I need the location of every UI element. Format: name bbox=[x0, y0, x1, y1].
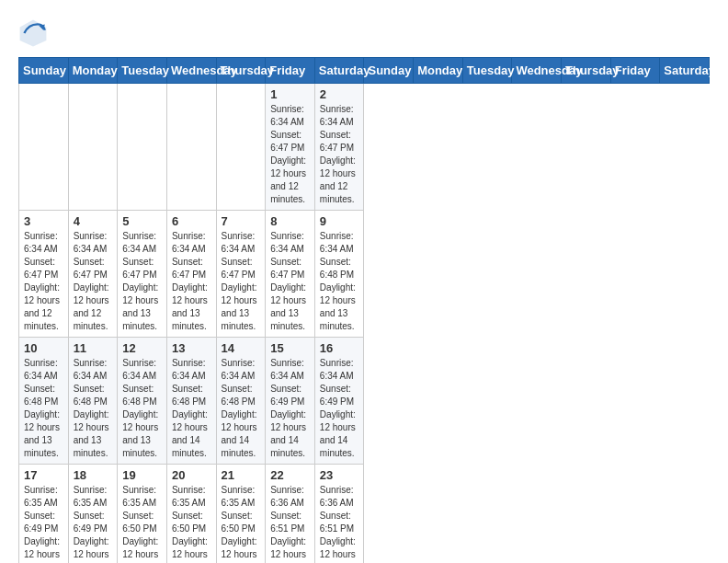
calendar-table: SundayMondayTuesdayWednesdayThursdayFrid… bbox=[18, 57, 710, 563]
header-thursday: Thursday bbox=[216, 58, 266, 84]
calendar-cell: 1Sunrise: 6:34 AM Sunset: 6:47 PM Daylig… bbox=[266, 84, 315, 211]
calendar-cell: 22Sunrise: 6:36 AM Sunset: 6:51 PM Dayli… bbox=[266, 465, 315, 564]
header-friday: Friday bbox=[266, 58, 315, 84]
day-info: Sunrise: 6:34 AM Sunset: 6:48 PM Dayligh… bbox=[172, 357, 211, 460]
calendar-cell: 5Sunrise: 6:34 AM Sunset: 6:47 PM Daylig… bbox=[118, 211, 167, 338]
calendar-cell bbox=[216, 84, 266, 211]
day-info: Sunrise: 6:35 AM Sunset: 6:49 PM Dayligh… bbox=[74, 484, 113, 563]
col-header-thursday: Thursday bbox=[562, 58, 611, 84]
day-info: Sunrise: 6:34 AM Sunset: 6:47 PM Dayligh… bbox=[172, 230, 211, 333]
day-info: Sunrise: 6:36 AM Sunset: 6:51 PM Dayligh… bbox=[270, 484, 310, 563]
calendar-cell: 4Sunrise: 6:34 AM Sunset: 6:47 PM Daylig… bbox=[68, 211, 118, 338]
calendar-header-row: SundayMondayTuesdayWednesdayThursdayFrid… bbox=[19, 58, 710, 84]
calendar-cell bbox=[166, 84, 216, 211]
day-number: 23 bbox=[320, 468, 359, 482]
calendar-week-4: 17Sunrise: 6:35 AM Sunset: 6:49 PM Dayli… bbox=[19, 465, 710, 564]
day-info: Sunrise: 6:35 AM Sunset: 6:50 PM Dayligh… bbox=[222, 484, 261, 563]
day-info: Sunrise: 6:35 AM Sunset: 6:49 PM Dayligh… bbox=[24, 484, 63, 563]
day-info: Sunrise: 6:34 AM Sunset: 6:48 PM Dayligh… bbox=[222, 357, 261, 460]
day-number: 21 bbox=[222, 468, 261, 482]
header-tuesday: Tuesday bbox=[118, 58, 167, 84]
day-number: 7 bbox=[222, 214, 261, 228]
calendar-cell bbox=[19, 84, 69, 211]
calendar-cell: 15Sunrise: 6:34 AM Sunset: 6:49 PM Dayli… bbox=[266, 338, 315, 465]
day-info: Sunrise: 6:34 AM Sunset: 6:49 PM Dayligh… bbox=[320, 357, 359, 460]
calendar-cell: 2Sunrise: 6:34 AM Sunset: 6:47 PM Daylig… bbox=[314, 84, 364, 211]
calendar-cell: 7Sunrise: 6:34 AM Sunset: 6:47 PM Daylig… bbox=[216, 211, 266, 338]
calendar-cell: 3Sunrise: 6:34 AM Sunset: 6:47 PM Daylig… bbox=[19, 211, 69, 338]
day-info: Sunrise: 6:36 AM Sunset: 6:51 PM Dayligh… bbox=[320, 484, 359, 563]
header-monday: Monday bbox=[68, 58, 118, 84]
header-wednesday: Wednesday bbox=[166, 58, 216, 84]
calendar-cell: 9Sunrise: 6:34 AM Sunset: 6:48 PM Daylig… bbox=[314, 211, 364, 338]
day-info: Sunrise: 6:34 AM Sunset: 6:48 PM Dayligh… bbox=[320, 230, 359, 333]
day-number: 22 bbox=[270, 468, 310, 482]
calendar-cell: 21Sunrise: 6:35 AM Sunset: 6:50 PM Dayli… bbox=[216, 465, 266, 564]
calendar-cell: 19Sunrise: 6:35 AM Sunset: 6:50 PM Dayli… bbox=[118, 465, 167, 564]
day-number: 16 bbox=[320, 341, 359, 355]
calendar-cell: 14Sunrise: 6:34 AM Sunset: 6:48 PM Dayli… bbox=[216, 338, 266, 465]
col-header-sunday: Sunday bbox=[364, 58, 414, 84]
day-number: 4 bbox=[74, 214, 113, 228]
calendar-cell bbox=[68, 84, 118, 211]
calendar-cell: 6Sunrise: 6:34 AM Sunset: 6:47 PM Daylig… bbox=[166, 211, 216, 338]
day-info: Sunrise: 6:34 AM Sunset: 6:47 PM Dayligh… bbox=[74, 230, 113, 333]
page-header bbox=[18, 18, 710, 48]
day-number: 8 bbox=[270, 214, 310, 228]
day-info: Sunrise: 6:34 AM Sunset: 6:47 PM Dayligh… bbox=[270, 230, 310, 333]
day-number: 18 bbox=[74, 468, 113, 482]
calendar-week-2: 3Sunrise: 6:34 AM Sunset: 6:47 PM Daylig… bbox=[19, 211, 710, 338]
logo bbox=[18, 18, 51, 48]
calendar-cell: 16Sunrise: 6:34 AM Sunset: 6:49 PM Dayli… bbox=[314, 338, 364, 465]
header-saturday: Saturday bbox=[314, 58, 364, 84]
calendar-cell: 13Sunrise: 6:34 AM Sunset: 6:48 PM Dayli… bbox=[166, 338, 216, 465]
day-number: 19 bbox=[122, 468, 162, 482]
calendar-cell bbox=[118, 84, 167, 211]
day-number: 3 bbox=[24, 214, 63, 228]
col-header-monday: Monday bbox=[414, 58, 463, 84]
calendar-cell: 20Sunrise: 6:35 AM Sunset: 6:50 PM Dayli… bbox=[166, 465, 216, 564]
day-number: 12 bbox=[122, 341, 162, 355]
day-info: Sunrise: 6:34 AM Sunset: 6:47 PM Dayligh… bbox=[24, 230, 63, 333]
day-number: 2 bbox=[320, 87, 359, 101]
day-info: Sunrise: 6:34 AM Sunset: 6:49 PM Dayligh… bbox=[270, 357, 310, 460]
day-number: 5 bbox=[122, 214, 162, 228]
calendar-cell: 8Sunrise: 6:34 AM Sunset: 6:47 PM Daylig… bbox=[266, 211, 315, 338]
calendar-week-3: 10Sunrise: 6:34 AM Sunset: 6:48 PM Dayli… bbox=[19, 338, 710, 465]
day-number: 10 bbox=[24, 341, 63, 355]
day-number: 13 bbox=[172, 341, 211, 355]
day-info: Sunrise: 6:35 AM Sunset: 6:50 PM Dayligh… bbox=[172, 484, 211, 563]
calendar-cell: 23Sunrise: 6:36 AM Sunset: 6:51 PM Dayli… bbox=[314, 465, 364, 564]
calendar-cell: 10Sunrise: 6:34 AM Sunset: 6:48 PM Dayli… bbox=[19, 338, 69, 465]
day-number: 15 bbox=[270, 341, 310, 355]
day-info: Sunrise: 6:34 AM Sunset: 6:47 PM Dayligh… bbox=[320, 103, 359, 206]
col-header-saturday: Saturday bbox=[660, 58, 710, 84]
day-number: 20 bbox=[172, 468, 211, 482]
day-number: 9 bbox=[320, 214, 359, 228]
day-info: Sunrise: 6:34 AM Sunset: 6:48 PM Dayligh… bbox=[122, 357, 162, 460]
day-number: 1 bbox=[270, 87, 310, 101]
day-info: Sunrise: 6:34 AM Sunset: 6:48 PM Dayligh… bbox=[74, 357, 113, 460]
logo-icon bbox=[18, 18, 48, 48]
calendar-cell: 18Sunrise: 6:35 AM Sunset: 6:49 PM Dayli… bbox=[68, 465, 118, 564]
day-info: Sunrise: 6:34 AM Sunset: 6:47 PM Dayligh… bbox=[270, 103, 310, 206]
col-header-wednesday: Wednesday bbox=[512, 58, 562, 84]
col-header-friday: Friday bbox=[610, 58, 660, 84]
day-info: Sunrise: 6:34 AM Sunset: 6:48 PM Dayligh… bbox=[24, 357, 63, 460]
calendar-cell: 12Sunrise: 6:34 AM Sunset: 6:48 PM Dayli… bbox=[118, 338, 167, 465]
calendar-cell: 17Sunrise: 6:35 AM Sunset: 6:49 PM Dayli… bbox=[19, 465, 69, 564]
day-number: 17 bbox=[24, 468, 63, 482]
day-info: Sunrise: 6:35 AM Sunset: 6:50 PM Dayligh… bbox=[122, 484, 162, 563]
day-info: Sunrise: 6:34 AM Sunset: 6:47 PM Dayligh… bbox=[222, 230, 261, 333]
day-info: Sunrise: 6:34 AM Sunset: 6:47 PM Dayligh… bbox=[122, 230, 162, 333]
day-number: 6 bbox=[172, 214, 211, 228]
day-number: 11 bbox=[74, 341, 113, 355]
calendar-cell: 11Sunrise: 6:34 AM Sunset: 6:48 PM Dayli… bbox=[68, 338, 118, 465]
header-sunday: Sunday bbox=[19, 58, 69, 84]
col-header-tuesday: Tuesday bbox=[462, 58, 512, 84]
day-number: 14 bbox=[222, 341, 261, 355]
calendar-week-1: 1Sunrise: 6:34 AM Sunset: 6:47 PM Daylig… bbox=[19, 84, 710, 211]
